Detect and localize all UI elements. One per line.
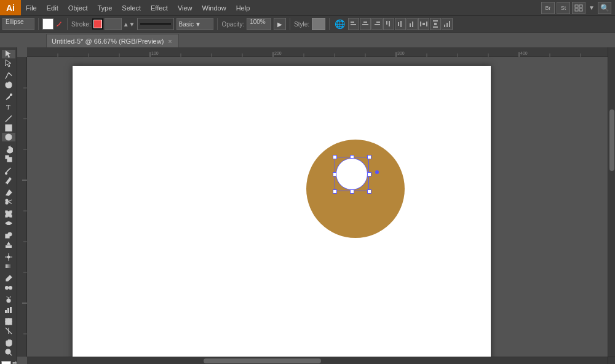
direct-selection-tool[interactable] (2, 59, 15, 68)
opacity-arrow[interactable]: ▶ (274, 18, 286, 30)
menu-type[interactable]: Type (93, 0, 117, 15)
line-tool[interactable] (2, 114, 15, 123)
svg-rect-13 (400, 21, 402, 27)
svg-rect-45 (6, 215, 7, 217)
symbol-sprayer-tool[interactable] (2, 296, 15, 304)
magic-wand-tool[interactable] (2, 71, 15, 80)
rotation-handle[interactable] (375, 170, 379, 174)
fill-control[interactable]: ⟋ (42, 18, 63, 30)
svg-line-31 (6, 116, 12, 122)
handle-tr[interactable] (367, 155, 371, 159)
vertical-scroll-thumb[interactable] (609, 109, 614, 172)
paintbrush-tool[interactable] (2, 167, 15, 175)
workspace-arrow[interactable]: ▼ (587, 4, 596, 11)
fill-swatch[interactable] (42, 18, 54, 30)
distribute-v-button[interactable] (430, 18, 441, 30)
svg-rect-6 (363, 22, 367, 23)
search-button[interactable]: 🔍 (598, 2, 611, 14)
menu-object[interactable]: Object (63, 0, 93, 15)
bridge-button[interactable]: Br (541, 2, 555, 14)
pencil-tool[interactable] (2, 176, 15, 184)
menu-window[interactable]: Window (197, 0, 231, 15)
tab-close-button[interactable]: × (166, 38, 173, 45)
stroke-swatch-container[interactable] (92, 18, 103, 30)
fill-color-swatch[interactable] (1, 361, 11, 364)
eraser-tool[interactable] (2, 188, 15, 197)
align-right-button[interactable] (371, 18, 383, 30)
stroke-swatch[interactable] (92, 18, 103, 30)
workspace-button[interactable] (572, 2, 585, 14)
rectangle-tool[interactable] (2, 124, 15, 132)
align-top-button[interactable] (383, 18, 394, 30)
free-transform-tool[interactable] (2, 210, 15, 218)
align-center-v-button[interactable] (395, 18, 406, 30)
white-circle-shape[interactable] (336, 158, 368, 190)
align-bottom-button[interactable] (407, 18, 418, 30)
zoom-tool[interactable] (2, 348, 15, 357)
svg-point-48 (8, 232, 12, 236)
handle-tl[interactable] (333, 155, 337, 159)
artboard-tool[interactable] (2, 317, 15, 326)
live-paint-tool[interactable] (2, 240, 15, 249)
svg-point-36 (5, 173, 7, 175)
handle-br[interactable] (367, 189, 371, 194)
svg-point-56 (9, 287, 12, 290)
mesh-tool[interactable] (2, 253, 15, 261)
small-circle-selection[interactable] (330, 152, 374, 196)
hand-tool[interactable] (2, 339, 15, 347)
handle-mr[interactable] (367, 172, 371, 176)
stroke-up-arrow[interactable]: ▲▼ (123, 21, 135, 28)
pen-tool[interactable] (2, 93, 15, 101)
menu-effect[interactable]: Effect (146, 0, 173, 15)
svg-point-69 (6, 349, 10, 354)
horizontal-scrollbar[interactable] (27, 357, 615, 364)
scale-tool[interactable] (2, 154, 15, 163)
menu-file[interactable]: File (21, 0, 42, 15)
type-tool[interactable]: T (2, 102, 15, 111)
horizontal-ruler: 100 200 300 400 (27, 47, 608, 57)
horizontal-scroll-thumb[interactable] (204, 358, 321, 363)
menu-select[interactable]: Select (117, 0, 146, 15)
svg-point-55 (5, 287, 8, 290)
stock-button[interactable]: St (557, 2, 570, 14)
handle-bm[interactable] (350, 189, 354, 194)
document-tab[interactable]: Untitled-5* @ 66.67% (RGB/Preview) × (46, 34, 179, 47)
blend-tool[interactable] (2, 283, 15, 292)
lasso-tool[interactable] (2, 81, 15, 89)
menu-bar: Ai File Edit Object Type Select Effect V… (0, 0, 615, 15)
menu-help[interactable]: Help (231, 0, 255, 15)
eyedropper-tool[interactable] (2, 274, 15, 283)
column-graph-tool[interactable] (2, 305, 15, 314)
menu-view[interactable]: View (173, 0, 197, 15)
menu-edit[interactable]: Edit (42, 0, 63, 15)
align-left-button[interactable] (348, 18, 359, 30)
stroke-inner (94, 20, 101, 28)
svg-rect-44 (10, 211, 12, 213)
distribute-h-button[interactable] (418, 18, 429, 30)
warp-tool[interactable] (2, 219, 15, 228)
gradient-tool[interactable] (2, 262, 15, 271)
svg-rect-60 (7, 308, 9, 313)
handle-bl[interactable] (333, 189, 337, 194)
opacity-input[interactable]: 100% (247, 18, 271, 30)
slice-tool[interactable] (2, 326, 15, 335)
artboard[interactable] (73, 66, 491, 361)
svg-point-58 (7, 299, 10, 303)
align-center-h-button[interactable] (360, 18, 371, 30)
style-swatch[interactable] (312, 18, 325, 30)
selection-tool[interactable] (2, 50, 15, 58)
stroke-weight-input[interactable] (105, 18, 122, 30)
shape-name-field[interactable]: Ellipse (2, 18, 34, 30)
rotate-tool[interactable] (2, 145, 15, 154)
chart-icon[interactable] (442, 18, 453, 30)
swap-colors-icon[interactable]: ⇄ (12, 360, 17, 364)
shape-builder-tool[interactable] (2, 231, 15, 240)
scissors-tool[interactable] (2, 197, 15, 206)
globe-icon[interactable]: 🌐 (333, 18, 346, 30)
vertical-scrollbar[interactable] (608, 47, 615, 357)
fill-stroke-colors[interactable]: ↺ ⇄ (0, 360, 17, 364)
svg-rect-46 (10, 215, 12, 217)
canvas-area[interactable]: 100 200 300 400 (17, 47, 615, 364)
stroke-style-dropdown[interactable]: Basic ▼ (177, 18, 213, 30)
ellipse-tool[interactable] (2, 133, 15, 141)
